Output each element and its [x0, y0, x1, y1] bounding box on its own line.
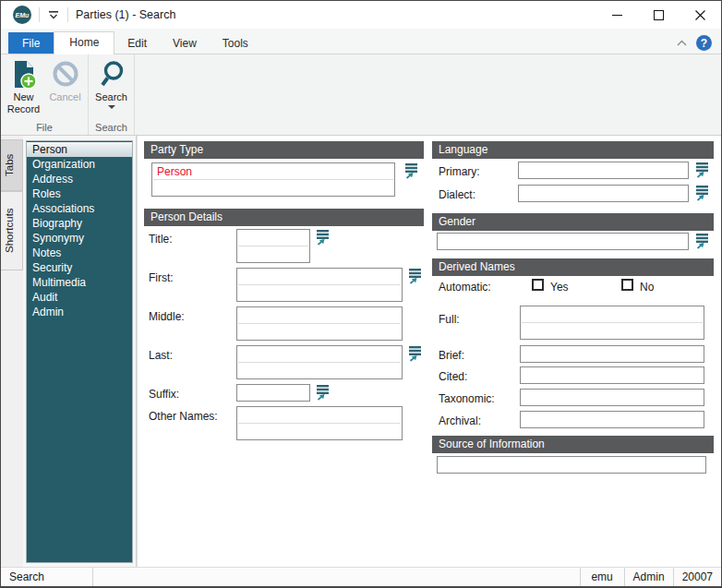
other-names-label: Other Names:	[149, 410, 218, 423]
tab-file[interactable]: File	[8, 32, 54, 54]
new-record-icon	[8, 59, 40, 90]
sidebar-item-roles[interactable]: Roles	[27, 186, 132, 201]
archival-label: Archival:	[439, 414, 481, 427]
search-label: Search	[91, 91, 132, 103]
side-tab-strip: Tabs Shortcuts	[1, 136, 23, 567]
title-lookup-icon[interactable]	[315, 229, 331, 246]
form-area: Party Type Person Person Details Title: …	[138, 136, 721, 567]
last-field[interactable]	[236, 345, 403, 379]
sidebar-item-associations[interactable]: Associations	[27, 201, 132, 216]
ribbon: New Record Cancel File	[1, 54, 721, 136]
last-lookup-icon[interactable]	[407, 345, 423, 362]
first-field[interactable]	[236, 268, 403, 302]
ribbon-group-file: New Record Cancel File	[1, 54, 89, 135]
search-button[interactable]: Search	[90, 56, 132, 109]
section-header-source-of-information: Source of Information	[432, 436, 714, 453]
sidebar-item-address[interactable]: Address	[27, 172, 132, 186]
suffix-field[interactable]	[236, 384, 310, 402]
party-type-lookup-icon[interactable]	[403, 162, 419, 179]
cancel-icon	[50, 59, 81, 90]
brief-label: Brief:	[439, 349, 464, 362]
gender-lookup-icon[interactable]	[694, 233, 710, 249]
collapse-ribbon-icon[interactable]	[677, 40, 687, 46]
close-button[interactable]	[680, 1, 721, 29]
suffix-lookup-icon[interactable]	[315, 384, 331, 401]
title-label: Title:	[149, 233, 173, 246]
first-label: First:	[149, 271, 174, 284]
taxonomic-label: Taxonomic:	[439, 392, 495, 405]
tab-edit[interactable]: Edit	[114, 32, 160, 54]
side-tab-tabs[interactable]: Tabs	[1, 139, 23, 191]
cancel-button[interactable]: Cancel	[44, 56, 86, 103]
brief-field[interactable]	[520, 345, 704, 363]
title-field[interactable]	[236, 229, 310, 263]
primary-field[interactable]	[518, 162, 689, 179]
statusbar-port: 20007	[673, 568, 721, 586]
full-label: Full:	[439, 313, 460, 326]
middle-field[interactable]	[236, 306, 403, 341]
statusbar: Search emu Admin 20007	[1, 567, 721, 586]
automatic-no-checkbox[interactable]	[621, 279, 633, 291]
section-header-derived-names: Derived Names	[432, 258, 714, 276]
cancel-label: Cancel	[45, 91, 86, 103]
new-record-button[interactable]: New Record	[3, 56, 44, 115]
titlebar-separator	[39, 7, 40, 22]
dialect-label: Dialect:	[439, 188, 475, 201]
window-title: Parties (1) - Search	[76, 8, 175, 21]
middle-label: Middle:	[149, 310, 185, 323]
sidebar-item-organization[interactable]: Organization	[27, 157, 132, 172]
suffix-label: Suffix:	[149, 388, 179, 401]
new-record-label: New Record	[4, 91, 44, 115]
ribbon-group-label-search: Search	[90, 121, 132, 135]
full-field[interactable]	[520, 306, 704, 340]
minimize-button[interactable]	[596, 1, 638, 29]
ribbon-tab-row: File Home Edit View Tools ?	[1, 29, 721, 54]
party-type-table[interactable]: Person	[151, 162, 395, 197]
statusbar-user: Admin	[624, 568, 673, 586]
help-icon[interactable]: ?	[696, 35, 712, 51]
cited-field[interactable]	[520, 366, 704, 384]
section-header-party-type: Party Type	[144, 141, 424, 159]
dialect-field[interactable]	[518, 185, 689, 202]
sidebar-item-multimedia[interactable]: Multimedia	[27, 275, 132, 290]
last-label: Last:	[149, 349, 173, 362]
tab-home[interactable]: Home	[54, 31, 114, 54]
automatic-yes-checkbox[interactable]	[532, 279, 544, 291]
section-header-person-details: Person Details	[144, 209, 424, 226]
source-of-information-field[interactable]	[437, 456, 706, 474]
sidebar-item-synonymy[interactable]: Synonymy	[27, 231, 132, 246]
statusbar-mode: Search	[1, 568, 93, 586]
sidebar-item-audit[interactable]: Audit	[27, 290, 132, 305]
other-names-field[interactable]	[236, 406, 403, 440]
search-dropdown-caret-icon[interactable]	[108, 105, 115, 109]
first-lookup-icon[interactable]	[407, 268, 423, 284]
side-tab-shortcuts[interactable]: Shortcuts	[1, 191, 23, 270]
gender-field[interactable]	[437, 233, 689, 250]
app-window: EMu Parties (1) - Search File Home Edit …	[0, 0, 722, 588]
sidebar-item-biography[interactable]: Biography	[27, 216, 132, 231]
main-area: Tabs Shortcuts Person Organization Addre…	[1, 136, 721, 567]
section-header-gender: Gender	[432, 213, 714, 231]
sidebar-item-person[interactable]: Person	[27, 142, 132, 157]
sidebar-item-admin[interactable]: Admin	[27, 305, 132, 319]
tab-view[interactable]: View	[160, 32, 210, 54]
ribbon-group-label-file: File	[3, 121, 86, 135]
sidebar-container: Person Organization Address Roles Associ…	[23, 136, 136, 567]
maximize-button[interactable]	[638, 1, 680, 29]
tab-tools[interactable]: Tools	[210, 32, 261, 54]
automatic-no-label: No	[640, 281, 654, 294]
taxonomic-field[interactable]	[520, 389, 704, 406]
quick-access-dropdown-icon[interactable]	[47, 8, 60, 21]
emu-logo-icon: EMu	[13, 6, 31, 24]
ribbon-group-search: Search Search	[89, 54, 135, 135]
dialect-lookup-icon[interactable]	[694, 185, 710, 201]
sidebar-item-notes[interactable]: Notes	[27, 246, 132, 260]
titlebar-separator	[67, 7, 68, 22]
cited-label: Cited:	[439, 370, 467, 383]
automatic-yes-label: Yes	[550, 281, 569, 294]
primary-lookup-icon[interactable]	[694, 162, 710, 178]
sidebar-item-security[interactable]: Security	[27, 260, 132, 275]
sidebar-tab-list: Person Organization Address Roles Associ…	[26, 140, 133, 563]
party-type-value: Person	[157, 165, 192, 178]
archival-field[interactable]	[520, 411, 704, 428]
